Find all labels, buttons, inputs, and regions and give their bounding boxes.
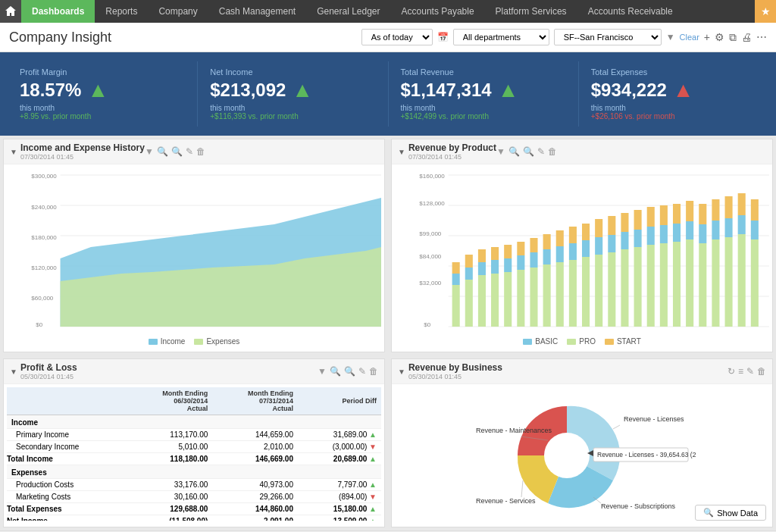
- edit-icon[interactable]: ✎: [186, 146, 193, 157]
- nav-cash-management[interactable]: Cash Management: [208, 0, 306, 23]
- nav-dashboards[interactable]: Dashboards: [21, 0, 95, 23]
- home-button[interactable]: [0, 0, 21, 23]
- filter-icon[interactable]: ▼: [318, 366, 327, 377]
- calendar-icon[interactable]: 📅: [437, 32, 449, 42]
- print-icon[interactable]: 🖨: [741, 31, 752, 43]
- svg-rect-79: [673, 204, 681, 224]
- revenue-business-title: Revenue by Business: [408, 362, 502, 373]
- search-icon: 🔍: [703, 508, 714, 518]
- nav-platform-services[interactable]: Platform Services: [485, 0, 577, 23]
- col3-header: Period Diff: [298, 387, 381, 415]
- kpi-total-revenue-value: $1,147,314: [401, 80, 492, 101]
- nav-accounts-payable[interactable]: Accounts Payable: [391, 0, 485, 23]
- nav-general-ledger[interactable]: General Ledger: [306, 0, 390, 23]
- section-header: Income: [7, 415, 381, 429]
- delete-icon[interactable]: 🗑: [757, 366, 766, 377]
- zoom-out-icon[interactable]: 🔍: [171, 146, 183, 157]
- zoom-in-icon[interactable]: 🔍: [508, 146, 520, 157]
- delete-icon[interactable]: 🗑: [196, 146, 205, 157]
- svg-rect-95: [751, 239, 759, 327]
- svg-rect-37: [491, 247, 499, 260]
- row-col3: (3,000.00) ▼: [298, 441, 381, 453]
- row-label: Production Costs: [7, 479, 127, 491]
- filter-icon: ▼: [666, 32, 675, 42]
- svg-rect-36: [491, 260, 499, 274]
- svg-rect-96: [751, 221, 759, 239]
- show-data-button[interactable]: 🔍 Show Data: [695, 505, 766, 521]
- row-label: Total Income: [7, 453, 127, 465]
- svg-rect-82: [686, 201, 693, 221]
- collapse-icon[interactable]: ▼: [10, 368, 17, 376]
- kpi-total-revenue-arrow: ▲: [498, 78, 519, 102]
- profit-loss-title: Profit & Loss: [20, 362, 77, 373]
- kpi-net-income-arrow: ▲: [292, 78, 313, 102]
- svg-text:$160,000: $160,000: [419, 173, 445, 180]
- filter-icon[interactable]: ▼: [496, 146, 505, 157]
- copy-icon[interactable]: ⧉: [729, 31, 737, 44]
- kpi-net-income-sub: this month: [210, 104, 375, 112]
- svg-rect-26: [452, 285, 460, 327]
- edit-icon[interactable]: ✎: [358, 366, 366, 377]
- svg-rect-87: [712, 221, 719, 239]
- zoom-out-icon[interactable]: 🔍: [344, 366, 355, 377]
- list-icon[interactable]: ≡: [738, 366, 743, 377]
- svg-rect-62: [608, 252, 615, 327]
- header-controls: As of today 📅 All departments SF--San Fr…: [361, 29, 767, 45]
- svg-rect-85: [699, 204, 706, 224]
- svg-text:$32,000: $32,000: [419, 280, 442, 286]
- svg-rect-58: [582, 224, 590, 240]
- row-col2: 144,659.00: [212, 429, 298, 441]
- location-filter[interactable]: SF--San Francisco: [554, 29, 662, 45]
- row-col2: 2,010.00: [212, 441, 298, 453]
- nav-accounts-receivable[interactable]: Accounts Receivable: [577, 0, 684, 23]
- kpi-total-expenses-label: Total Expenses: [591, 67, 756, 77]
- svg-rect-74: [660, 243, 668, 327]
- collapse-icon[interactable]: ▼: [398, 148, 405, 156]
- edit-icon[interactable]: ✎: [537, 146, 545, 157]
- kpi-total-expenses-change: +$26,106 vs. prior month: [591, 112, 756, 120]
- svg-rect-30: [465, 268, 473, 280]
- svg-rect-77: [673, 242, 681, 327]
- svg-rect-33: [478, 262, 486, 275]
- revenue-product-header: ▼ Revenue by Product 07/30/2014 01:45 ▼ …: [392, 139, 772, 164]
- row-col1: 33,176.00: [127, 479, 213, 491]
- clear-button[interactable]: Clear: [680, 33, 699, 42]
- table-row: Net Income (11,508.00) 2,091.00 13,509.0…: [7, 515, 381, 521]
- svg-rect-88: [712, 199, 719, 221]
- zoom-in-icon[interactable]: 🔍: [330, 366, 341, 377]
- edit-icon[interactable]: ✎: [746, 366, 754, 377]
- svg-rect-66: [621, 232, 628, 249]
- zoom-in-icon[interactable]: 🔍: [157, 146, 168, 157]
- date-filter[interactable]: As of today: [361, 29, 433, 45]
- dept-filter[interactable]: All departments: [453, 29, 549, 45]
- svg-rect-57: [582, 240, 590, 257]
- more-icon[interactable]: ⋯: [756, 31, 767, 43]
- svg-rect-65: [621, 249, 628, 327]
- delete-icon[interactable]: 🗑: [369, 366, 378, 377]
- svg-rect-28: [452, 262, 460, 274]
- nav-company[interactable]: Company: [148, 0, 208, 23]
- nav-reports[interactable]: Reports: [95, 0, 148, 23]
- collapse-icon[interactable]: ▼: [398, 368, 405, 376]
- add-icon[interactable]: +: [704, 31, 710, 43]
- revenue-product-chart: $160,000 $128,000 $99,000 $84,000 $32,00…: [395, 167, 769, 334]
- kpi-total-revenue-label: Total Revenue: [401, 67, 566, 77]
- settings-icon[interactable]: ⚙: [715, 31, 724, 43]
- svg-rect-46: [530, 238, 537, 252]
- revenue-business-chart: Revenue - Licenses Revenue - Maintenance…: [395, 387, 769, 524]
- collapse-icon[interactable]: ▼: [10, 148, 17, 156]
- kpi-net-income-change: +$116,393 vs. prior month: [210, 112, 375, 120]
- row-label: Marketing Costs: [7, 491, 127, 503]
- svg-rect-47: [543, 264, 551, 327]
- delete-icon[interactable]: 🗑: [548, 146, 557, 157]
- refresh-icon[interactable]: ↻: [728, 366, 735, 377]
- svg-rect-50: [556, 262, 564, 327]
- favorites-star-icon[interactable]: ★: [755, 0, 776, 23]
- svg-text:Revenue - Services: Revenue - Services: [476, 497, 536, 505]
- svg-rect-34: [478, 249, 486, 262]
- zoom-out-icon[interactable]: 🔍: [523, 146, 534, 157]
- svg-point-98: [544, 433, 590, 478]
- svg-rect-76: [660, 205, 668, 225]
- revenue-product-panel: ▼ Revenue by Product 07/30/2014 01:45 ▼ …: [391, 139, 773, 352]
- filter-icon[interactable]: ▼: [145, 146, 154, 157]
